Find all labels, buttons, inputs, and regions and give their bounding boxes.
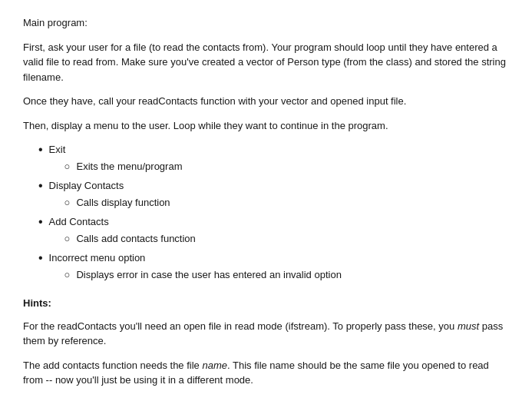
sub-list-item: ○ Calls display function (64, 195, 170, 210)
hints-label: Hints: (23, 296, 509, 311)
bullet-dot: • (38, 250, 43, 267)
bullet-circle: ○ (64, 195, 71, 210)
menu-item-label: Display Contacts (49, 180, 124, 191)
sub-list: ○ Displays error in case the user has en… (64, 267, 342, 283)
list-item: • Exit ○ Exits the menu/program (38, 142, 509, 175)
sub-item-label: Displays error in case the user has ente… (76, 267, 341, 283)
sub-list: ○ Calls add contacts function (64, 231, 196, 247)
bullet-circle: ○ (64, 267, 71, 283)
sub-list: ○ Exits the menu/program (64, 159, 183, 174)
heading: Main program: (23, 15, 509, 31)
menu-list: • Exit ○ Exits the menu/program • Displa… (38, 142, 509, 283)
list-item: • Display Contacts ○ Calls display funct… (38, 178, 509, 211)
hints-paragraph-2: The add contacts function needs the file… (23, 358, 509, 388)
sub-list-item: ○ Calls add contacts function (64, 231, 196, 247)
sub-list-item: ○ Displays error in case the user has en… (64, 267, 342, 283)
sub-item-label: Calls display function (76, 195, 170, 210)
menu-item-label: Incorrect menu option (49, 252, 146, 264)
hints-section: Hints: For the readContacts you'll need … (23, 296, 509, 388)
paragraph-2: Once they have, call your readContacts f… (23, 94, 509, 109)
menu-item-label: Exit (49, 144, 66, 155)
bullet-dot: • (38, 178, 43, 194)
paragraph-1: First, ask your user for a file (to read… (23, 40, 509, 85)
hints-para2-italic: name (202, 360, 227, 371)
bullet-dot: • (38, 214, 43, 230)
paragraph-3: Then, display a menu to the user. Loop w… (23, 118, 509, 134)
bullet-circle: ○ (64, 159, 71, 174)
bullet-dot: • (38, 142, 43, 158)
main-content: Main program: First, ask your user for a… (23, 15, 509, 388)
hints-para1-italic: must (458, 320, 479, 332)
sub-item-label: Calls add contacts function (76, 231, 195, 247)
list-item: • Add Contacts ○ Calls add contacts func… (38, 214, 509, 247)
list-item: • Incorrect menu option ○ Displays error… (38, 250, 509, 283)
hints-para1-text1: For the readContacts you'll need an open… (23, 320, 458, 332)
sub-list-item: ○ Exits the menu/program (64, 159, 183, 174)
sub-item-label: Exits the menu/program (76, 159, 182, 174)
bullet-circle: ○ (64, 231, 71, 247)
sub-list: ○ Calls display function (64, 195, 170, 210)
hints-paragraph-1: For the readContacts you'll need an open… (23, 319, 509, 349)
menu-item-label: Add Contacts (49, 216, 109, 227)
hints-para2-text1: The add contacts function needs the file (23, 360, 202, 371)
